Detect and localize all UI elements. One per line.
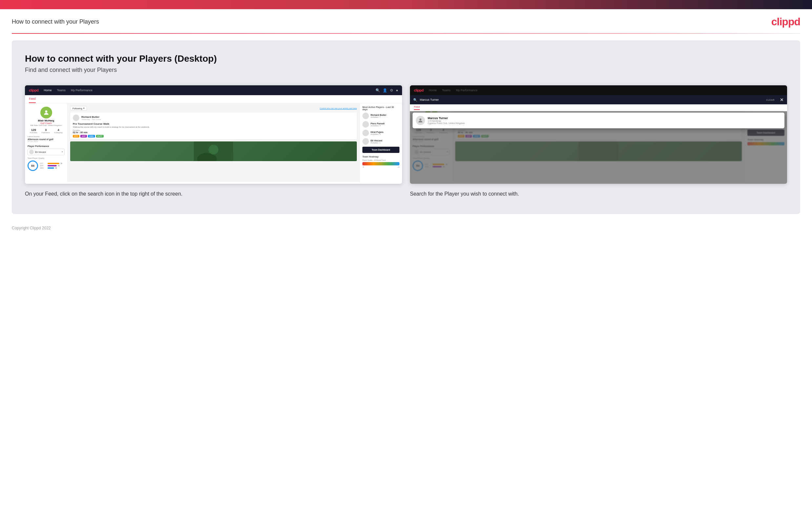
screenshots-row: clippd Home Teams My Performance 🔍 👤 ⚙ ●…: [25, 85, 787, 198]
tag-putt-1: PUTT: [96, 135, 104, 137]
following-num: 4: [54, 128, 62, 132]
team-dashboard-btn-1[interactable]: Team Dashboard: [363, 147, 399, 153]
nav-teams-2: Teams: [442, 89, 450, 92]
app-nav-logo-1: clippd: [29, 88, 38, 92]
active-name-piers: Piers Parnell: [371, 122, 384, 125]
control-link-1[interactable]: Control who can see your activity and da…: [320, 107, 357, 109]
search-overlay: 🔍 Marcus Turner CLEAR ✕ Feed: [410, 95, 787, 130]
nav-home-1[interactable]: Home: [44, 89, 51, 92]
page-title: How to connect with your Players: [12, 18, 99, 25]
active-acts-richard: Activities: 7: [371, 116, 386, 118]
quality-circle-1: 84: [28, 161, 38, 171]
active-avatar-piers: [363, 121, 369, 128]
profile-stats-1: 129 Activities 3 Followers 4 Following: [28, 128, 64, 134]
card-desc-1: Walking the course with my coach to buil…: [73, 126, 354, 128]
search-result-club-1: Cypress Point Club, United Kingdom: [428, 122, 465, 124]
search-result-dropdown: Marcus Turner 1.5 Handicap Cypress Point…: [413, 113, 784, 128]
player-select-1[interactable]: Eli Vincent ▾: [28, 149, 64, 155]
nav-teams-1[interactable]: Teams: [57, 89, 65, 92]
activity-photo-1: [70, 141, 357, 161]
search-result-info-1: Marcus Turner 1.5 Handicap Cypress Point…: [428, 117, 465, 124]
search-result-avatar-1: [416, 116, 425, 125]
chevron-down-icon-following: ▾: [83, 107, 85, 110]
card-title-1: Pre Tournament Course Walk: [73, 122, 354, 125]
activities-label: Activities: [30, 132, 37, 134]
active-name-hiral: Hiral Pujara: [371, 131, 383, 133]
app-nav-logo-2: clippd: [414, 88, 423, 92]
active-avatar-eli: [363, 138, 369, 145]
followers-stat: 3 Followers: [42, 128, 50, 134]
search-icon-2[interactable]: 🔍: [413, 98, 417, 102]
step-1-label: On your Feed, click on the search icon i…: [25, 190, 402, 198]
search-result-item-1[interactable]: Marcus Turner 1.5 Handicap Cypress Point…: [416, 116, 781, 125]
quality-bars-1: OTT79 APP70 ARG68: [40, 162, 62, 169]
top-bar: [0, 0, 812, 9]
active-avatar-hiral: [363, 130, 369, 136]
player-select-avatar-1: [29, 150, 34, 154]
chevron-down-icon-1: ▾: [62, 151, 63, 153]
activity-card-1: Richard Butler Yesterday · The Grove Pre…: [70, 113, 357, 139]
main-subheading: Find and connect with your Players: [25, 67, 787, 74]
svg-point-6: [420, 119, 421, 120]
active-name-richard: Richard Butler: [371, 114, 386, 116]
feed-panel-1: Following ▾ Control who can see your act…: [67, 103, 360, 182]
followers-num: 3: [42, 128, 50, 132]
team-heatmap-title-1: Team Heatmap: [363, 156, 399, 158]
active-avatar-richard: [363, 113, 369, 119]
feed-tab-item-1[interactable]: Feed: [29, 95, 36, 103]
tag-arg-1: ARG: [88, 135, 95, 137]
feed-tab-overlay: Feed: [410, 104, 787, 111]
search-result-name-1: Marcus Turner: [428, 117, 465, 120]
active-acts-eli: Activities: 1: [371, 142, 382, 144]
activity-name-1: Afternoon round of golf: [28, 138, 64, 140]
svg-point-3: [208, 145, 219, 155]
nav-icons-1: 🔍 👤 ⚙ ●: [376, 88, 398, 92]
screenshot-2-container: clippd Home Teams My Performance Feed: [410, 85, 787, 198]
feed-tab-1: Feed: [25, 95, 402, 103]
app-nav-2: clippd Home Teams My Performance: [410, 85, 787, 95]
profile-club-1: Mill Ride Golf Club, United Kingdom: [28, 124, 64, 126]
activities-stat: 129 Activities: [30, 128, 37, 134]
player-select-name-1: Eli Vincent: [35, 151, 60, 153]
player-perf-label-1: Player Performance: [28, 145, 64, 147]
heatmap-bar-1: [363, 162, 399, 165]
tag-app-1: APP: [80, 135, 87, 137]
main-content: How to connect with your Players (Deskto…: [12, 40, 800, 214]
nav-my-performance-2: My Performance: [456, 89, 477, 92]
activity-date-1: 27 Jul 2022: [28, 140, 64, 142]
user-icon-1[interactable]: 👤: [383, 88, 387, 92]
following-label: Following: [54, 132, 62, 134]
followers-label: Followers: [42, 132, 50, 134]
search-result-handicap-1: 1.5 Handicap: [428, 120, 465, 122]
screenshot-1-frame: clippd Home Teams My Performance 🔍 👤 ⚙ ●…: [25, 85, 402, 184]
app-nav-1: clippd Home Teams My Performance 🔍 👤 ⚙ ●: [25, 85, 402, 95]
search-icon-1[interactable]: 🔍: [376, 88, 380, 92]
logo: clippd: [771, 16, 800, 28]
close-icon-2[interactable]: ✕: [780, 97, 784, 102]
search-query-display[interactable]: Marcus Turner: [420, 98, 763, 101]
avatar-1: [40, 107, 52, 119]
profile-name-1: Blair McHarg: [28, 119, 64, 122]
header-divider: [12, 33, 800, 34]
copyright: Copyright Clippd 2022: [0, 220, 812, 236]
active-acts-piers: Activities: 4: [371, 125, 384, 127]
activity-card-header-1: Richard Butler Yesterday · The Grove: [73, 115, 354, 121]
step-2-label: Search for the Player you wish to connec…: [410, 190, 787, 198]
tag-ott-1: OTT: [73, 135, 79, 137]
profile-panel-1: Blair McHarg Golf Coach Mill Ride Golf C…: [25, 103, 67, 182]
profile-role-1: Golf Coach: [28, 122, 64, 124]
nav-my-performance-1[interactable]: My Performance: [71, 89, 93, 92]
following-btn-1[interactable]: Following ▾: [70, 106, 87, 111]
active-acts-hiral: Activities: 3: [371, 133, 383, 135]
avatar-icon-1[interactable]: ●: [396, 88, 398, 92]
feed-tab-overlay-item[interactable]: Feed: [414, 105, 420, 110]
screenshot-2-frame: clippd Home Teams My Performance Feed: [410, 85, 787, 184]
activities-num: 129: [30, 128, 37, 132]
card-name-1: Richard Butler: [81, 116, 101, 119]
profile-avatar-area-1: Blair McHarg Golf Coach Mill Ride Golf C…: [28, 107, 64, 126]
app-body-1: Blair McHarg Golf Coach Mill Ride Golf C…: [25, 103, 402, 182]
settings-icon-1[interactable]: ⚙: [390, 88, 393, 92]
search-clear-btn[interactable]: CLEAR: [766, 99, 775, 101]
heatmap-meta-1: Player Quality · 20 Round Trend: [363, 159, 399, 161]
quality-label-1: Total Player Quality: [28, 157, 64, 159]
